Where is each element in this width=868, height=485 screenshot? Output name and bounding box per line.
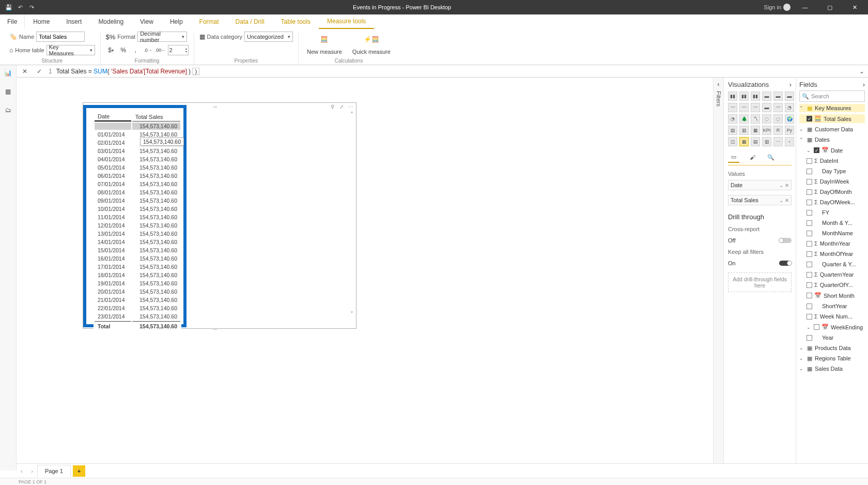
- minimize-button[interactable]: —: [795, 0, 815, 14]
- ribbon-tabs: File Home Insert Modeling View Help Form…: [0, 14, 868, 29]
- format-icon: $%: [106, 33, 116, 41]
- properties-group-label: Properties: [199, 58, 293, 65]
- new-measure-icon: 🧮: [316, 31, 333, 48]
- quick-measure-icon: ⚡🧮: [363, 31, 380, 48]
- report-view-icon[interactable]: 📊: [4, 68, 13, 78]
- tab-view[interactable]: View: [132, 14, 162, 29]
- formatting-group-label: Formatting: [106, 58, 189, 65]
- data-category-select[interactable]: Uncategorized: [244, 32, 293, 42]
- group-calculations: 🧮 New measure ⚡🧮 Quick measure Calculati…: [299, 31, 399, 65]
- avatar-icon: [783, 4, 791, 11]
- tab-insert[interactable]: Insert: [58, 14, 90, 29]
- signin-label: Sign in: [764, 4, 781, 10]
- formula-eq: =: [86, 68, 94, 75]
- formula-expand-button[interactable]: ⌄: [856, 68, 868, 75]
- measure-name-input[interactable]: [36, 32, 85, 42]
- redo-icon[interactable]: [28, 4, 35, 11]
- formula-bar[interactable]: ✕ ✓ 1 Total Sales = SUM( 'Sales Data'[To…: [17, 65, 868, 77]
- group-formatting: $% Format Decimal number $▾ % , .0→ .00←…: [101, 31, 194, 65]
- dec-dec-button[interactable]: .00←: [156, 45, 166, 55]
- tab-home[interactable]: Home: [25, 14, 58, 29]
- formula-zone: ✕ ✓ 1 Total Sales = SUM( 'Sales Data'[To…: [17, 65, 868, 78]
- group-structure: 🏷️ Name ⌂ Home table Key Measures Struct…: [4, 31, 101, 65]
- home-table-select[interactable]: Key Measures: [47, 45, 95, 55]
- tab-measure-tools[interactable]: Measure tools: [319, 14, 374, 29]
- close-button[interactable]: ✕: [844, 0, 865, 14]
- tab-data-drill[interactable]: Data / Drill: [227, 14, 273, 29]
- decimals-input[interactable]: 2 ▴▾: [168, 45, 189, 55]
- data-category-label: Data category: [207, 34, 242, 40]
- tab-modeling[interactable]: Modeling: [90, 14, 132, 29]
- undo-icon[interactable]: [17, 4, 24, 11]
- new-measure-label: New measure: [307, 49, 342, 55]
- calculations-group-label: Calculations: [304, 58, 394, 65]
- formula-cancel-button[interactable]: ✕: [20, 66, 30, 77]
- formula-func: SUM: [94, 68, 107, 75]
- category-icon: ▦: [199, 33, 205, 40]
- new-measure-button[interactable]: 🧮 New measure: [304, 31, 345, 55]
- maximize-button[interactable]: ▢: [819, 0, 840, 14]
- comma-button[interactable]: ,: [131, 45, 141, 55]
- structure-group-label: Structure: [9, 58, 95, 65]
- group-properties: ▦ Data category Uncategorized Properties: [194, 31, 299, 65]
- formula-arg: 'Sales Data'[Total Revenue]: [110, 68, 189, 75]
- tab-format[interactable]: Format: [191, 14, 227, 29]
- signin-button[interactable]: Sign in: [764, 4, 791, 11]
- formula-measure: Total Sales: [56, 68, 87, 75]
- formula-commit-button[interactable]: ✓: [34, 66, 44, 77]
- dec-inc-button[interactable]: .0→: [143, 45, 153, 55]
- data-category-value: Uncategorized: [247, 34, 284, 40]
- home-table-value: Key Measures: [49, 44, 85, 56]
- home-table-label: Home table: [15, 47, 44, 53]
- decimals-value: 2: [169, 47, 173, 53]
- formula-line-number: 1: [49, 68, 52, 75]
- quick-measure-button[interactable]: ⚡🧮 Quick measure: [349, 31, 394, 55]
- tag-icon: 🏷️: [9, 33, 17, 40]
- currency-button[interactable]: $▾: [106, 45, 116, 55]
- file-tab[interactable]: File: [0, 14, 25, 29]
- titlebar: Events in Progress - Power BI Desktop Si…: [0, 0, 868, 14]
- percent-button[interactable]: %: [118, 45, 129, 55]
- ribbon: 🏷️ Name ⌂ Home table Key Measures Struct…: [0, 29, 868, 65]
- tab-table-tools[interactable]: Table tools: [273, 14, 319, 29]
- format-value: Decimal number: [140, 31, 177, 43]
- formula-code[interactable]: Total Sales = SUM( 'Sales Data'[Total Re…: [56, 68, 199, 75]
- home-icon: ⌂: [9, 47, 13, 54]
- currency-label: $: [108, 47, 112, 54]
- save-icon[interactable]: [5, 4, 12, 11]
- quick-measure-label: Quick measure: [352, 49, 391, 55]
- left-view-rail: 📊 ▦ 🗂: [0, 65, 17, 78]
- tab-help[interactable]: Help: [162, 14, 191, 29]
- format-label: Format: [117, 34, 135, 40]
- formula-hint-close: ): [192, 68, 199, 75]
- name-label: Name: [19, 34, 34, 40]
- format-select[interactable]: Decimal number: [137, 32, 187, 42]
- formula-close: ): [189, 68, 191, 75]
- window-title: Events in Progress - Power BI Desktop: [40, 4, 764, 10]
